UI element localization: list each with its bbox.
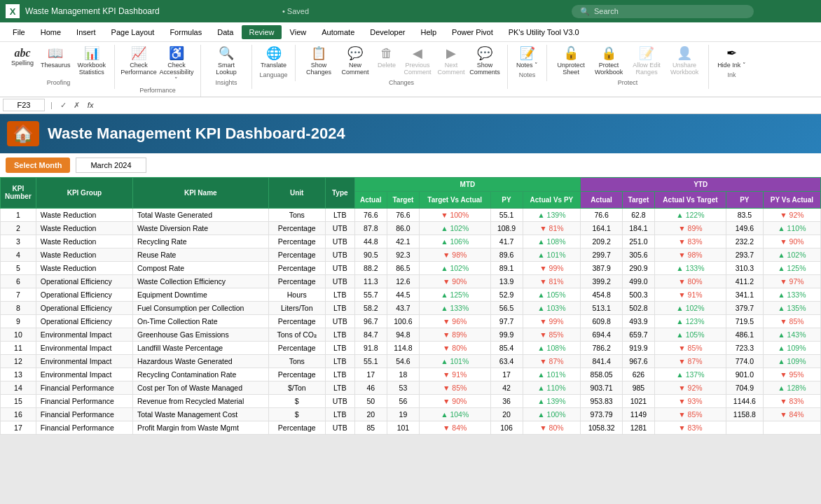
show-comments-button[interactable]: 💬 Show Comments [468,45,502,78]
cell-ytd-target: 626 [622,368,654,381]
formula-input[interactable] [99,99,818,111]
cell-type: UTB [325,394,354,407]
check-accessibility-button[interactable]: ♿ Check Accessibility ˅ [158,45,195,85]
cell-kpi-group: Waste Reduction [36,234,132,248]
search-input[interactable] [594,7,720,15]
cell-target: 94.8 [387,328,419,341]
spelling-label: Spelling [11,59,34,67]
cell-type: LTB [325,407,354,421]
cell-reference[interactable]: F23 [3,99,45,111]
cell-kpi-num: 9 [1,314,36,328]
cell-unit: Tons of CO₂ [268,328,325,341]
hide-ink-button[interactable]: ✒ Hide Ink ˅ [715,45,749,70]
new-comment-button[interactable]: 💬 New Comment [338,45,373,78]
check-performance-button[interactable]: 📈 Check Performance [120,45,157,78]
cell-target: 54.6 [387,354,419,368]
delete-comment-button[interactable]: 🗑 Delete [374,45,399,70]
menu-view[interactable]: View [283,25,314,39]
formula-check-button[interactable]: ✓ [58,101,69,110]
menu-automate[interactable]: Automate [315,25,361,39]
spelling-button[interactable]: abc Spelling [8,45,36,69]
menu-help[interactable]: Help [413,25,443,39]
translate-button[interactable]: 🌐 Translate [258,45,289,70]
search-box[interactable]: 🔍 [572,5,754,18]
cell-unit: $/Ton [268,381,325,394]
cell-avpy: ▲ 108% [523,234,581,248]
cell-ytd-py: 901.0 [726,368,763,381]
cell-target: 18 [387,368,419,381]
cell-ytd-avt: ▼ 98% [654,248,726,261]
cell-kpi-num: 1 [1,208,36,221]
cell-kpi-name: Greenhouse Gas Emissions [132,328,268,341]
cell-kpi-name: On-Time Collection Rate [132,314,268,328]
cell-type: LTB [325,301,354,314]
cell-py: 106 [490,421,523,434]
menu-file[interactable]: File [6,25,32,39]
allow-edit-ranges-icon: 📝 [639,46,654,62]
cell-kpi-name: Waste Diversion Rate [132,221,268,234]
cell-py: 42 [490,381,523,394]
header-ytd: YTD [581,177,821,191]
workbook-stats-button[interactable]: 📊 Workbook Statistics [75,45,109,78]
menu-bar: File Home Insert Page Layout Formulas Da… [0,22,821,42]
prev-comment-button[interactable]: ◀ Previous Comment [401,45,434,78]
protect-workbook-button[interactable]: 🔒 Protect Workbook [591,45,627,78]
home-icon[interactable]: 🏠 [7,121,39,146]
dashboard-header: 🏠 Waste Management KPI Dashboard-2024 [0,114,821,153]
show-comments-icon: 💬 [477,46,492,62]
cell-target: 19 [387,407,419,421]
allow-edit-ranges-button[interactable]: 📝 Allow Edit Ranges [628,45,665,78]
cell-kpi-num: 3 [1,234,36,248]
cell-ytd-actual: 903.71 [581,381,623,394]
unshare-workbook-button[interactable]: 👤 Unshare Workbook [666,45,703,78]
formula-cancel-button[interactable]: ✗ [71,101,82,110]
cell-ytd-avt: ▲ 102% [654,301,726,314]
cell-py: 17 [490,368,523,381]
cell-ytd-py: 341.1 [726,288,763,301]
menu-data[interactable]: Data [210,25,240,39]
cell-kpi-num: 15 [1,394,36,407]
header-ytd-actual: Actual [581,191,623,208]
menu-insert[interactable]: Insert [69,25,103,39]
menu-power-pivot[interactable]: Power Pivot [445,25,500,39]
menu-home[interactable]: Home [34,25,68,39]
unprotect-sheet-button[interactable]: 🔓 Unprotect Sheet [553,45,589,78]
new-comment-icon: 💬 [347,46,363,62]
cell-target: 42.1 [387,234,419,248]
check-accessibility-icon: ♿ [169,46,184,62]
cell-ytd-pyva: ▲ 143% [763,328,820,341]
cell-target: 92.3 [387,248,419,261]
cell-ytd-avt: ▼ 93% [654,394,726,407]
cell-ytd-py: 723.3 [726,341,763,354]
header-ytd-actual-vs-target: Actual Vs Target [654,191,726,208]
cell-unit: Percentage [268,261,325,274]
sheet-container[interactable]: 🏠 Waste Management KPI Dashboard-2024 Se… [0,114,821,504]
cell-actual: 91.8 [354,341,387,354]
cell-py: 89.1 [490,261,523,274]
notes-button[interactable]: 📝 Notes ˅ [513,45,541,70]
menu-developer[interactable]: Developer [363,25,412,39]
thesaurus-button[interactable]: 📖 Thesaurus [38,45,74,70]
cell-type: UTB [325,261,354,274]
cell-ytd-actual: 76.6 [581,208,623,221]
cell-kpi-num: 16 [1,407,36,421]
header-kpi-name: KPI Name [132,177,268,208]
search-icon: 🔍 [580,7,590,16]
cell-unit: Percentage [268,221,325,234]
smart-lookup-button[interactable]: 🔍 Smart Lookup [207,45,246,78]
unprotect-sheet-label: Unprotect Sheet [556,62,586,77]
menu-review[interactable]: Review [242,25,281,39]
menu-formulas[interactable]: Formulas [163,25,209,39]
menu-pks-utility[interactable]: PK's Utility Tool V3.0 [502,25,586,39]
unshare-workbook-label: Unshare Workbook [669,62,700,77]
smart-lookup-icon: 🔍 [219,46,234,62]
select-month-button[interactable]: Select Month [6,158,70,173]
next-comment-button[interactable]: ▶ Next Comment [436,45,467,78]
cell-avpy: ▲ 105% [523,288,581,301]
cell-actual: 87.8 [354,221,387,234]
cell-unit: Percentage [268,248,325,261]
show-changes-button[interactable]: 📋 Show Changes [301,45,336,78]
cell-avpy: ▲ 103% [523,301,581,314]
menu-page-layout[interactable]: Page Layout [104,25,162,39]
kpi-table: KPI Number KPI Group KPI Name Unit Type … [0,177,821,435]
